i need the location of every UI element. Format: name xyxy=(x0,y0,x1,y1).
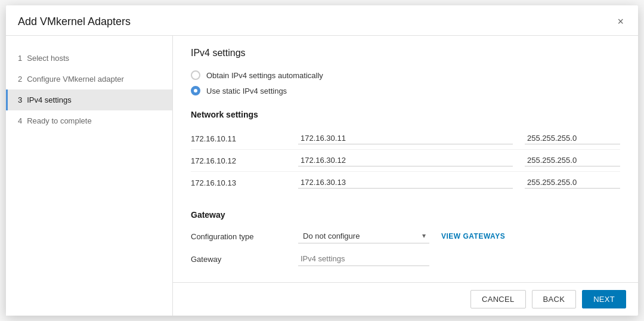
step-number: 2 xyxy=(18,75,22,84)
host-ip: 172.16.10.11 xyxy=(191,134,298,143)
dialog-footer: CANCEL BACK NEXT xyxy=(173,282,638,316)
config-type-select[interactable]: Do not configureConfigure manually xyxy=(298,229,429,243)
close-button[interactable]: × xyxy=(615,15,626,28)
host-ip: 172.16.10.12 xyxy=(191,156,298,165)
dialog-title: Add VMkernel Adapters xyxy=(18,16,131,28)
content-area: IPv4 settings Obtain IPv4 settings autom… xyxy=(173,36,638,282)
step-label: Ready to complete xyxy=(27,116,91,125)
dialog-body: 1 Select hosts2 Configure VMkernel adapt… xyxy=(6,36,638,316)
step-label: IPv4 settings xyxy=(27,95,71,104)
network-row: 172.16.10.13 xyxy=(191,172,620,193)
network-section-heading: Network settings xyxy=(191,110,620,119)
config-type-row: Configuration type Do not configureConfi… xyxy=(191,229,620,243)
content-title: IPv4 settings xyxy=(191,48,620,58)
sidebar-step-4[interactable]: 4 Ready to complete xyxy=(6,110,172,131)
ip-input-0[interactable] xyxy=(298,132,513,144)
radio-static[interactable]: Use static IPv4 settings xyxy=(191,86,620,95)
add-vmkernel-dialog: Add VMkernel Adapters × 1 Select hosts2 … xyxy=(6,5,638,316)
step-number: 4 xyxy=(18,116,22,125)
network-table: 172.16.10.11 172.16.10.12 172.16.10.13 xyxy=(191,128,620,193)
step-number: 3 xyxy=(18,95,22,104)
gateway-row: Gateway xyxy=(191,252,620,266)
network-row: 172.16.10.12 xyxy=(191,150,620,172)
config-type-select-wrapper[interactable]: Do not configureConfigure manually xyxy=(298,229,429,243)
radio-static-label: Use static IPv4 settings xyxy=(206,87,287,95)
config-type-label: Configuration type xyxy=(191,232,298,241)
step-label: Configure VMkernel adapter xyxy=(27,75,124,84)
gateway-input[interactable] xyxy=(298,252,429,266)
radio-auto-input[interactable] xyxy=(191,70,200,80)
view-gateways-button[interactable]: VIEW GATEWAYS xyxy=(441,232,505,240)
host-ip: 172.16.10.13 xyxy=(191,178,298,187)
radio-group: Obtain IPv4 settings automatically Use s… xyxy=(191,70,620,95)
dialog-header: Add VMkernel Adapters × xyxy=(6,5,638,36)
sidebar-step-3[interactable]: 3 IPv4 settings xyxy=(6,89,172,110)
next-button[interactable]: NEXT xyxy=(582,290,626,308)
sidebar-step-2[interactable]: 2 Configure VMkernel adapter xyxy=(6,69,172,89)
cancel-button[interactable]: CANCEL xyxy=(470,290,526,308)
ip-input-2[interactable] xyxy=(298,177,513,189)
sidebar: 1 Select hosts2 Configure VMkernel adapt… xyxy=(6,36,173,316)
subnet-input-0[interactable] xyxy=(525,132,620,144)
radio-static-input[interactable] xyxy=(191,86,200,95)
main-content: IPv4 settings Obtain IPv4 settings autom… xyxy=(173,36,638,316)
network-row: 172.16.10.11 xyxy=(191,128,620,150)
gateway-label: Gateway xyxy=(191,255,298,264)
gateway-heading: Gateway xyxy=(191,210,620,220)
step-number: 1 xyxy=(18,54,22,63)
subnet-input-1[interactable] xyxy=(525,155,620,166)
gateway-section: Gateway Configuration type Do not config… xyxy=(191,210,620,266)
back-button[interactable]: BACK xyxy=(532,290,577,308)
sidebar-step-1[interactable]: 1 Select hosts xyxy=(6,48,172,69)
subnet-input-2[interactable] xyxy=(525,177,620,189)
step-label: Select hosts xyxy=(27,54,69,63)
radio-auto-label: Obtain IPv4 settings automatically xyxy=(206,71,323,80)
radio-auto[interactable]: Obtain IPv4 settings automatically xyxy=(191,70,620,80)
ip-input-1[interactable] xyxy=(298,155,513,166)
